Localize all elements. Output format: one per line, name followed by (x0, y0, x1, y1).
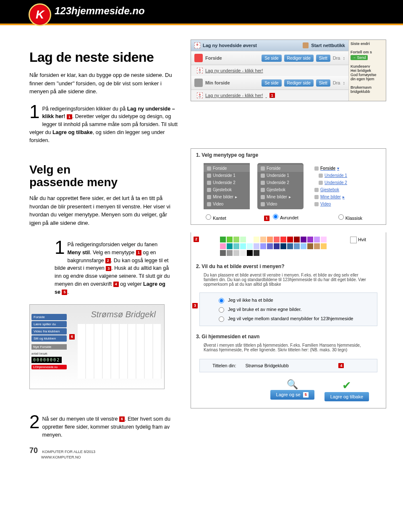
color-swatch[interactable] (314, 237, 320, 242)
color-swatch[interactable] (254, 250, 259, 256)
save-and-back-button[interactable]: Lagre og tilbake (324, 392, 369, 401)
color-swatch[interactable] (233, 237, 239, 242)
color-swatch[interactable] (247, 250, 253, 256)
color-swatch[interactable] (260, 243, 266, 249)
color-swatch[interactable] (240, 243, 246, 249)
color-swatch[interactable] (321, 243, 327, 249)
menu-preview-kantet[interactable]: Forside Underside 1 Underside 2 Gjestebo… (204, 163, 250, 209)
color-swatch[interactable] (227, 237, 233, 242)
send-button[interactable]: → Send (351, 55, 368, 60)
new-mainpage-link[interactable]: Lag ny hovedside øverst (203, 43, 300, 48)
image-option-1[interactable]: Jeg vil ikke ha et bilde (200, 295, 377, 305)
color-swatch[interactable] (314, 243, 320, 249)
site-title-input[interactable] (244, 363, 330, 369)
drag-handle[interactable]: Dra (333, 55, 340, 61)
menu-style-panel-2: 2 Hvit 2. Vil du ha et bilde øverst i me… (191, 232, 386, 408)
color-swatch[interactable] (280, 243, 286, 249)
slett-button[interactable]: Slett (316, 79, 330, 87)
plus-icon: + (194, 42, 200, 48)
color-swatch[interactable] (220, 243, 226, 249)
color-swatch[interactable] (274, 243, 280, 249)
step-1b-number: 1 (55, 238, 65, 257)
color-swatch[interactable] (260, 237, 266, 242)
step-2-number: 2 (29, 413, 39, 431)
menu-preview-klassisk[interactable]: Forside ▾ Underside 1 Underside 2 Gjeste… (311, 163, 357, 209)
color-swatch[interactable] (220, 250, 226, 256)
new-subpage-link-2[interactable]: + Lag ny underside - klikk her! 1 (191, 90, 348, 101)
menu-step-text: 1 På redigeringsforsiden velger du fanen… (55, 241, 172, 296)
color-swatch[interactable] (274, 237, 280, 242)
color-swatch[interactable] (247, 243, 253, 249)
color-swatches[interactable] (207, 235, 342, 258)
image-option-2[interactable]: Jeg vil bruke et av mine egne bilder. (200, 305, 377, 314)
color-swatch[interactable] (294, 243, 300, 249)
preview-nav-4: Sitt og klubben (31, 335, 67, 342)
plus-icon: + (197, 92, 203, 98)
heading-2: Velg en passende meny (29, 163, 181, 188)
color-swatch[interactable] (240, 237, 246, 242)
brand-text: 123hjemmeside.no (55, 5, 145, 17)
step-1-text: 1 På redigeringsforsiden klikker du på L… (29, 105, 181, 145)
heading-1: Lag de neste sidene (29, 50, 181, 65)
se-side-button[interactable]: Se side (262, 55, 281, 62)
ad-banner: 123hjemmeside.no (31, 365, 67, 369)
image-option-3[interactable]: Jeg vil velge mellom standard menybilder… (200, 314, 377, 323)
selected-swatch (350, 237, 357, 243)
color-swatch[interactable] (287, 243, 293, 249)
color-swatch[interactable] (321, 237, 327, 242)
section-3-title: 3. Gi hjemmesiden et navn (191, 330, 386, 341)
color-swatch[interactable] (267, 243, 273, 249)
color-swatch[interactable] (233, 250, 239, 256)
rediger-side-button[interactable]: Rediger side (284, 79, 314, 87)
radio-klassisk[interactable]: Klassisk (336, 213, 362, 221)
save-and-view-button[interactable]: Lagre og se 5 (270, 390, 314, 400)
page-icon (194, 54, 203, 62)
color-swatch[interactable] (227, 250, 233, 256)
color-swatch[interactable] (287, 237, 293, 242)
color-swatch[interactable] (254, 243, 259, 249)
menu-preview-avrundet[interactable]: Forside Underside 1 Underside 2 Gjestebo… (257, 163, 304, 209)
color-swatch[interactable] (220, 237, 226, 242)
color-swatch[interactable] (240, 250, 246, 256)
check-icon (324, 379, 369, 392)
plus-icon: + (197, 68, 203, 74)
color-swatch[interactable] (307, 243, 313, 249)
visitor-counter: 00000002 (31, 357, 62, 363)
home-icon (207, 166, 211, 171)
color-swatch[interactable] (227, 243, 233, 249)
color-swatch[interactable] (280, 237, 286, 242)
color-swatch[interactable] (233, 243, 239, 249)
slett-button[interactable]: Slett (316, 55, 330, 62)
panel-sidebar: Siste endri Fortell om s → Send Kundeser… (348, 40, 386, 101)
page-icon (194, 79, 203, 87)
site-preview: Strømsø Bridgekl Forside Lære spiller du… (29, 304, 165, 389)
radio-avrundet[interactable]: 1 Avrundet (264, 213, 298, 221)
logo-k-badge: K (29, 3, 51, 26)
preview-site-title: Strømsø Bridgekl (91, 310, 156, 319)
color-swatch[interactable] (254, 237, 259, 242)
preview-nav-3: Video fra klubben (31, 328, 67, 334)
menu-style-panel: 1. Velg menytype og farge Forside Unders… (191, 148, 386, 224)
radio-kantet[interactable]: Kantet (204, 213, 226, 221)
drag-handle[interactable]: Dra (333, 80, 340, 85)
color-swatch[interactable] (301, 237, 306, 242)
home-icon (314, 166, 319, 171)
rediger-side-button[interactable]: Rediger side (284, 55, 314, 62)
start-shop-link[interactable]: Start nettbutikk (311, 43, 345, 48)
page-forside-label: Forside (205, 55, 259, 61)
intro-text: Når forsiden er klar, kan du bygge opp d… (29, 71, 176, 96)
page-footer: 70 KOMPUTER FOR ALLE 8/2013 WWW.KOMPUTER… (29, 439, 386, 459)
new-subpage-link-1[interactable]: + Lag ny underside - klikk her! (191, 65, 348, 76)
color-swatch[interactable] (247, 237, 253, 242)
magnifier-icon (270, 379, 314, 390)
step-1-number: 1 (29, 103, 39, 121)
color-swatch[interactable] (267, 237, 273, 242)
intro2-text: Når du har opprettet flere sider, er det… (29, 194, 176, 227)
se-side-button[interactable]: Se side (262, 79, 281, 87)
color-swatch[interactable] (307, 237, 313, 242)
section-2-text: Du kan plassere et bilde øverst til vens… (191, 271, 386, 291)
color-swatch[interactable] (301, 243, 306, 249)
page-minforside-label: Min forside (205, 80, 259, 85)
header-band: K 123hjemmeside.no (0, 0, 403, 25)
color-swatch[interactable] (294, 237, 300, 242)
